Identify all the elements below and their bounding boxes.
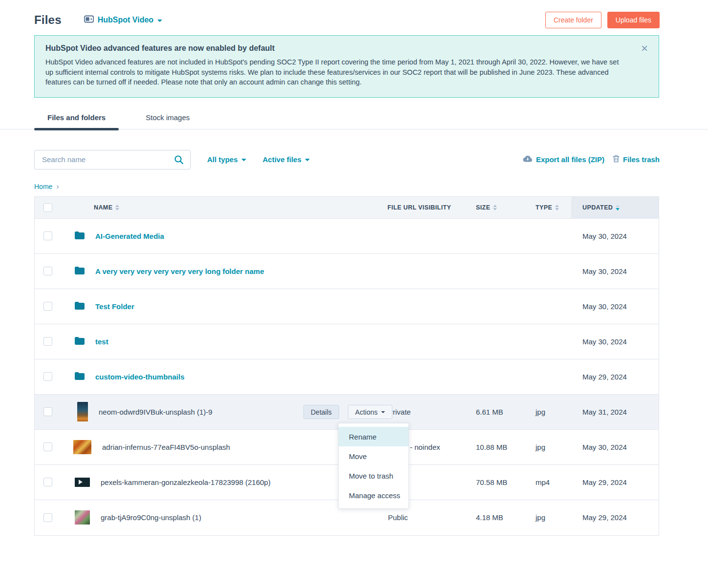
breadcrumb: Home › — [34, 183, 708, 190]
updated-cell: May 30, 2024 — [571, 443, 659, 451]
visibility-cell: Public — [377, 513, 465, 522]
sort-icon — [493, 205, 497, 210]
top-bar: Files HubSpot Video Create folder Upload… — [0, 0, 708, 28]
row-checkbox[interactable] — [43, 442, 52, 451]
file-thumbnail — [75, 510, 90, 525]
file-name: pexels-kammeran-gonzalezkeola-17823998 (… — [101, 478, 271, 486]
updated-cell: May 31, 2024 — [571, 408, 659, 416]
column-label: UPDATED — [582, 204, 613, 211]
folder-icon — [74, 301, 85, 312]
toolbar: All types Active files Export all files … — [34, 150, 660, 169]
files-page: Files HubSpot Video Create folder Upload… — [0, 0, 708, 588]
search-box — [34, 150, 191, 169]
tab-files-and-folders[interactable]: Files and folders — [34, 113, 119, 129]
column-label: NAME — [94, 204, 112, 211]
type-cell: jpg — [524, 513, 571, 522]
select-all-checkbox[interactable] — [43, 203, 52, 212]
row-checkbox[interactable] — [43, 267, 52, 275]
row-checkbox[interactable] — [43, 231, 52, 240]
chevron-down-icon — [381, 411, 385, 413]
folder-name-link[interactable]: test — [95, 337, 108, 346]
table-row[interactable]: custom-video-thumbnails May 29, 2024 — [35, 359, 659, 395]
banner-body: HubSpot Video advanced features are not … — [45, 57, 624, 87]
table-row[interactable]: A very very very very very very long fol… — [35, 254, 659, 289]
menu-item-move-to-trash[interactable]: Move to trash — [339, 466, 408, 485]
column-header-updated[interactable]: UPDATED — [571, 197, 659, 219]
tab-label: Files and folders — [47, 113, 106, 122]
updated-cell: May 29, 2024 — [571, 478, 659, 486]
details-button[interactable]: Details — [303, 405, 339, 419]
updated-cell: May 29, 2024 — [571, 513, 659, 522]
file-thumbnail — [73, 440, 91, 454]
folder-icon — [74, 231, 85, 241]
updated-cell: May 30, 2024 — [571, 267, 659, 275]
tab-stock-images[interactable]: Stock images — [132, 113, 203, 129]
folder-icon — [74, 266, 85, 276]
notification-banner: HubSpot Video advanced features are now … — [34, 35, 659, 98]
scope-selector[interactable]: HubSpot Video — [84, 15, 162, 25]
type-filter-label: All types — [207, 155, 238, 164]
chevron-down-icon — [157, 20, 162, 22]
table-row[interactable]: test May 30, 2024 — [35, 324, 659, 359]
folder-icon — [74, 372, 85, 382]
file-name: neom-odwrd9IVBuk-unsplash (1)-9 — [99, 408, 213, 416]
column-label: TYPE — [536, 204, 552, 211]
row-checkbox[interactable] — [43, 513, 52, 522]
export-all-files-label: Export all files (ZIP) — [536, 155, 604, 164]
menu-item-manage-access[interactable]: Manage access — [339, 485, 408, 505]
table-row[interactable]: Test Folder May 30, 2024 — [35, 289, 659, 324]
tab-label: Stock images — [146, 113, 190, 122]
video-camera-icon — [84, 15, 94, 25]
breadcrumb-home[interactable]: Home — [34, 183, 52, 190]
status-filter-label: Active files — [263, 155, 301, 164]
search-input[interactable] — [34, 150, 191, 169]
export-all-files-link[interactable]: Export all files (ZIP) — [523, 155, 604, 164]
folder-name-link[interactable]: AI-Generated Media — [95, 232, 164, 240]
row-checkbox[interactable] — [43, 337, 52, 346]
sort-icon-active-desc — [616, 205, 620, 210]
updated-cell: May 30, 2024 — [571, 302, 659, 311]
search-icon[interactable] — [174, 155, 184, 167]
menu-item-move[interactable]: Move — [339, 446, 408, 466]
file-name: adrian-infernus-77eaFI4BV5o-unsplash — [102, 443, 230, 451]
close-icon[interactable]: × — [641, 44, 648, 52]
status-filter-dropdown[interactable]: Active files — [263, 155, 310, 164]
actions-dropdown-button[interactable]: Actions — [348, 405, 392, 419]
files-trash-link[interactable]: Files trash — [613, 155, 660, 164]
folder-icon — [74, 336, 85, 347]
updated-cell: May 30, 2024 — [571, 232, 659, 240]
file-thumbnail — [77, 402, 88, 421]
folder-name-link[interactable]: custom-video-thumbnails — [95, 373, 185, 381]
row-checkbox[interactable] — [43, 372, 52, 381]
chevron-down-icon — [305, 159, 310, 161]
size-cell: 4.18 MB — [465, 513, 524, 522]
column-header-type[interactable]: TYPE — [524, 204, 571, 211]
sort-icon — [555, 205, 559, 210]
folder-name-link[interactable]: Test Folder — [95, 302, 134, 311]
type-cell: mp4 — [524, 478, 571, 486]
upload-files-button[interactable]: Upload files — [607, 12, 660, 28]
column-header-name[interactable]: NAME — [65, 204, 377, 211]
file-name: grab-tjA9ro9C0ng-unsplash (1) — [101, 513, 201, 522]
cloud-download-icon — [523, 155, 533, 164]
folder-name-link[interactable]: A very very very very very very long fol… — [95, 267, 264, 275]
size-cell: 70.58 MB — [465, 478, 524, 486]
trash-icon — [613, 155, 620, 164]
type-cell: jpg — [524, 443, 571, 451]
play-icon — [79, 480, 83, 484]
page-title: Files — [34, 13, 62, 27]
column-header-size[interactable]: SIZE — [465, 204, 524, 211]
updated-cell: May 30, 2024 — [571, 337, 659, 346]
row-checkbox[interactable] — [43, 407, 52, 416]
chevron-down-icon — [241, 159, 246, 161]
column-header-visibility[interactable]: FILE URL VISIBILITY — [377, 204, 465, 211]
table-row[interactable]: AI-Generated Media May 30, 2024 — [35, 219, 659, 254]
sort-icon — [115, 205, 119, 210]
create-folder-button[interactable]: Create folder — [545, 12, 601, 28]
column-label: FILE URL VISIBILITY — [387, 204, 451, 211]
size-cell: 10.88 MB — [465, 443, 524, 451]
row-checkbox[interactable] — [43, 478, 52, 486]
row-checkbox[interactable] — [43, 302, 52, 311]
type-filter-dropdown[interactable]: All types — [207, 155, 246, 164]
menu-item-rename[interactable]: Rename — [339, 427, 408, 446]
